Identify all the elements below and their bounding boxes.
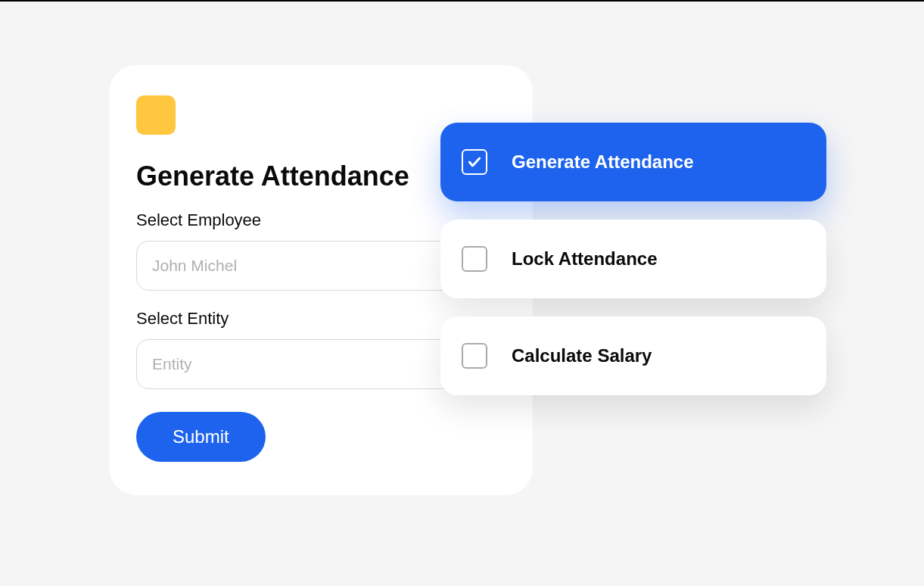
card-badge-icon — [136, 95, 176, 135]
option-generate-attendance[interactable]: Generate Attendance — [440, 123, 826, 201]
submit-button[interactable]: Submit — [136, 412, 266, 462]
option-label: Generate Attendance — [512, 151, 694, 173]
option-list: Generate Attendance Lock Attendance Calc… — [440, 123, 826, 395]
checkbox-icon — [462, 149, 487, 175]
option-label: Calculate Salary — [512, 345, 652, 366]
option-calculate-salary[interactable]: Calculate Salary — [440, 316, 826, 395]
option-label: Lock Attendance — [512, 248, 657, 270]
checkbox-icon — [462, 343, 487, 369]
checkbox-icon — [462, 246, 487, 272]
top-divider — [0, 0, 924, 2]
option-lock-attendance[interactable]: Lock Attendance — [440, 220, 826, 298]
